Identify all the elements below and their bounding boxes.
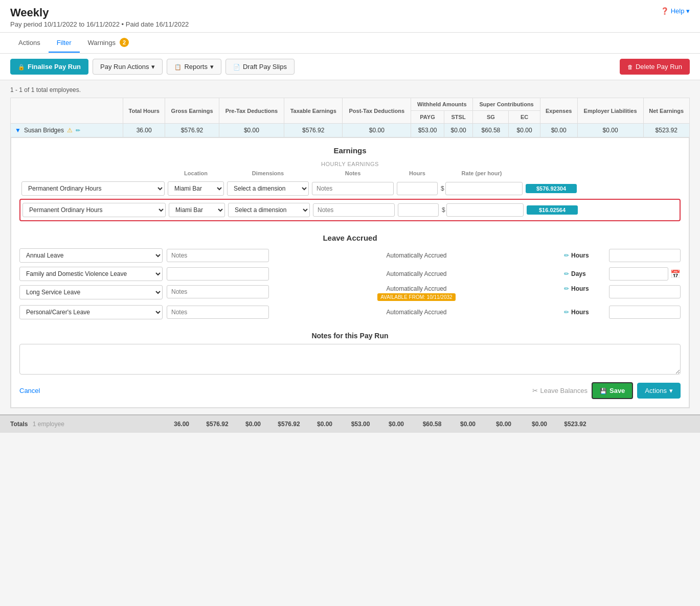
main-content: 1 - 1 of 1 total employees. Total Hours … (0, 80, 700, 414)
leave-value-input-4[interactable]: 1.38456 (609, 306, 681, 319)
earnings-type-select-2[interactable]: Permanent Ordinary Hours (22, 203, 166, 217)
report-icon (174, 63, 182, 71)
delete-pay-run-button[interactable]: Delete Pay Run (620, 59, 690, 75)
th-stsl: STSL (444, 111, 473, 124)
save-icon (600, 387, 607, 394)
chevron-down-icon: ▾ (669, 387, 673, 394)
employee-detail-panel: Earnings HOURLY EARNINGS Location Dimens… (11, 137, 689, 408)
th-net-earnings: Net Earnings (643, 98, 690, 124)
reports-button[interactable]: Reports ▾ (167, 59, 221, 75)
footer-post-tax: $0.00 (307, 421, 343, 428)
th-payg: PAYG (411, 111, 444, 124)
leave-value-input-1[interactable]: 2.76912 (609, 249, 681, 262)
leave-type-select-3[interactable]: Long Service Leave (19, 285, 163, 299)
cell-employer-liabilities: $0.00 (577, 124, 643, 137)
leave-type-select-4[interactable]: Personal/Carer's Leave (19, 305, 163, 319)
notes-title: Notes for this Pay Run (19, 332, 681, 340)
earnings-hours-input-1[interactable]: 36 (397, 182, 438, 195)
cell-taxable: $576.92 (284, 124, 343, 137)
dollar-sign: $ (442, 206, 445, 214)
leave-status-wrap-3: Automatically Accrued AVAILABLE FROM: 10… (273, 285, 560, 301)
chevron-down-icon[interactable]: ▼ (15, 127, 21, 134)
tab-filter[interactable]: Filter (49, 34, 80, 53)
tab-warnings[interactable]: Warnings 2 (80, 33, 137, 53)
footer-stsl: $0.00 (378, 421, 414, 428)
leave-unit-3: Hours (571, 285, 589, 292)
page-subtitle: Pay period 10/11/2022 to 16/11/2022 • Pa… (10, 20, 690, 28)
totals-label: Totals 1 employee (10, 421, 164, 428)
earnings-hours-input-2[interactable]: 1 (398, 203, 439, 217)
tabs-bar: Actions Filter Warnings 2 (0, 33, 700, 54)
employee-detail-cell: Earnings HOURLY EARNINGS Location Dimens… (11, 137, 690, 408)
employee-name-cell: ▼ Susan Bridges ⚠ ✏ (11, 124, 123, 137)
cell-payg: $53.00 (411, 124, 444, 137)
leave-value-input-3[interactable]: 0.60012 (609, 285, 681, 298)
scissors-icon: ✂ (532, 387, 538, 394)
pencil-icon[interactable]: ✏ (564, 285, 569, 292)
pay-run-actions-button[interactable]: Pay Run Actions ▾ (93, 59, 163, 75)
leave-status-1: Automatically Accrued (273, 252, 560, 259)
leave-notes-input-1[interactable] (167, 249, 269, 262)
employee-detail-row: Earnings HOURLY EARNINGS Location Dimens… (11, 137, 690, 408)
earnings-dimension-select-1[interactable]: Select a dimension (227, 181, 309, 196)
leave-type-select-2[interactable]: Family and Domestic Violence Leave (19, 267, 163, 281)
leave-notes-input-4[interactable] (167, 306, 269, 319)
footer-taxable: $576.92 (271, 421, 307, 428)
earnings-row-1: Permanent Ordinary Hours Miami Bar Selec… (19, 178, 681, 199)
footer-expenses: $0.00 (486, 421, 522, 428)
earnings-dimension-select-2[interactable]: Select a dimension (228, 203, 310, 217)
footer-sg: $60.58 (414, 421, 450, 428)
edit-icon[interactable]: ✏ (76, 127, 80, 134)
leave-notes-input-2[interactable]: Leave accrual cap reached for the leave (167, 267, 269, 281)
leave-type-select-1[interactable]: Annual Leave (19, 248, 163, 263)
footer-employer-liabilities: $0.00 (522, 421, 557, 428)
leave-row-4: Personal/Carer's Leave Automatically Acc… (19, 305, 681, 319)
leave-accrued-title: Leave Accrued (19, 234, 681, 242)
leave-hours-wrap-4: ✏ Hours (564, 309, 605, 316)
earnings-rate-input-2[interactable]: 16.02564 (446, 203, 524, 217)
earnings-type-select-1[interactable]: Permanent Ordinary Hours (21, 181, 165, 196)
leave-notes-input-3[interactable] (167, 285, 269, 298)
earnings-notes-input-1[interactable] (312, 182, 394, 195)
earnings-notes-input-2[interactable] (313, 203, 395, 217)
earnings-location-select-2[interactable]: Miami Bar (169, 203, 225, 217)
earnings-rate-input-1[interactable]: 16.02564 (445, 182, 523, 195)
leave-hours-wrap-1: ✏ Hours (564, 252, 605, 259)
help-link[interactable]: ❓ Help ▾ (661, 7, 690, 15)
earnings-location-select-1[interactable]: Miami Bar (168, 181, 224, 196)
earnings-subtitle: HOURLY EARNINGS (19, 161, 681, 167)
save-button[interactable]: Save (592, 382, 633, 399)
finalise-pay-run-button[interactable]: Finalise Pay Run (10, 59, 88, 75)
chevron-down-icon: ▾ (686, 7, 690, 15)
actions-dropdown-button[interactable]: Actions ▾ (637, 383, 681, 399)
notes-textarea[interactable] (19, 344, 681, 375)
th-sg: SG (473, 111, 509, 124)
lock-icon (18, 63, 25, 71)
th-pre-tax-deductions: Pre-Tax Deductions (219, 98, 284, 124)
cell-ec: $0.00 (509, 124, 540, 137)
draft-pay-slips-button[interactable]: Draft Pay Slips (225, 59, 295, 75)
th-gross-earnings: Gross Earnings (165, 98, 219, 124)
chevron-down-icon: ▾ (210, 63, 214, 71)
footer-net-earnings: $523.92 (557, 421, 593, 428)
leave-accrued-section: Leave Accrued Annual Leave Automatically… (19, 234, 681, 319)
pencil-icon[interactable]: ✏ (564, 270, 569, 277)
calendar-icon[interactable]: 📅 (670, 269, 681, 279)
tab-actions[interactable]: Actions (10, 34, 49, 53)
earnings-amount-badge-1: $576.92304 (526, 184, 577, 193)
draft-icon (233, 63, 240, 71)
toolbar: Finalise Pay Run Pay Run Actions ▾ Repor… (0, 54, 700, 80)
bottom-actions: Cancel ✂ Leave Balances Save (19, 382, 681, 399)
employee-count: 1 - 1 of 1 total employees. (10, 86, 690, 94)
earnings-section: Earnings HOURLY EARNINGS Location Dimens… (19, 146, 681, 221)
leave-value-input-2[interactable]: 5 (609, 267, 668, 281)
pencil-icon[interactable]: ✏ (564, 309, 569, 316)
cancel-link[interactable]: Cancel (19, 387, 40, 394)
earnings-rate-wrap-2: $ 16.02564 (442, 203, 524, 217)
cell-sg: $60.58 (473, 124, 509, 137)
leave-unit-1: Hours (571, 252, 589, 259)
footer-payg: $53.00 (343, 421, 378, 428)
pencil-icon[interactable]: ✏ (564, 252, 569, 259)
cell-net-earnings: $523.92 (643, 124, 690, 137)
leave-balances-link[interactable]: ✂ Leave Balances (532, 387, 588, 394)
